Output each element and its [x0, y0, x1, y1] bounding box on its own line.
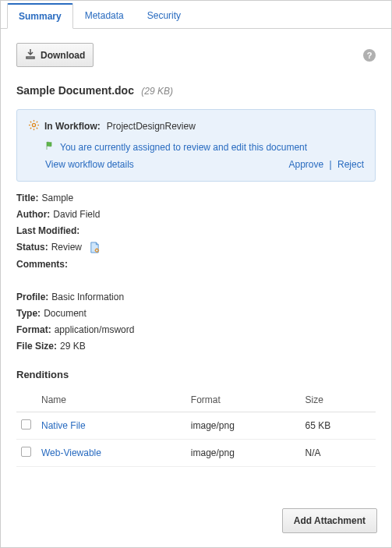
field-comments: Comments:: [16, 259, 376, 270]
table-row: Web-Viewable image/png N/A: [16, 440, 376, 467]
svg-line-7: [30, 128, 31, 129]
rendition-format: image/png: [186, 440, 301, 467]
field-format: Format:application/msword: [16, 324, 376, 335]
flag-icon: [45, 141, 55, 153]
renditions-title: Renditions: [16, 369, 376, 380]
renditions-table: Name Format Size Native File image/png 6…: [16, 388, 376, 467]
table-row: Native File image/png 65 KB: [16, 412, 376, 440]
field-profile: Profile:Basic Information: [16, 292, 376, 302]
tab-security[interactable]: Security: [136, 3, 192, 29]
field-author: Author:David Field: [16, 209, 376, 220]
gear-icon: [28, 119, 40, 133]
rendition-name-link[interactable]: Web-Viewable: [41, 447, 101, 458]
workflow-message: You are currently assigned to review and…: [60, 142, 307, 153]
tab-summary[interactable]: Summary: [7, 3, 73, 29]
workflow-decision: Approve | Reject: [288, 159, 364, 170]
rendition-size: 65 KB: [301, 412, 376, 440]
col-size: Size: [301, 388, 376, 412]
svg-line-6: [37, 128, 37, 129]
field-last-modified: Last Modified:: [16, 225, 376, 236]
status-document-gear-icon: [89, 242, 101, 253]
rendition-name-link[interactable]: Native File: [41, 420, 86, 431]
svg-line-8: [37, 122, 37, 122]
field-filesize: File Size:29 KB: [16, 341, 376, 352]
workflow-details-link[interactable]: View workflow details: [45, 159, 134, 170]
download-icon: [25, 48, 36, 62]
field-status: Status:Review: [16, 242, 376, 253]
field-type: Type:Document: [16, 308, 376, 319]
svg-point-0: [32, 123, 35, 126]
field-title: Title:Sample: [16, 193, 376, 203]
rendition-size: N/A: [301, 440, 376, 467]
document-size: (29 KB): [141, 86, 173, 97]
add-attachment-button[interactable]: Add Attachment: [282, 508, 377, 533]
svg-line-5: [30, 122, 31, 122]
approve-link[interactable]: Approve: [288, 159, 323, 170]
document-header: Sample Document.doc (29 KB): [16, 84, 376, 97]
workflow-label: In Workflow:: [44, 121, 101, 132]
row-checkbox[interactable]: [21, 447, 31, 457]
workflow-panel: In Workflow: ProjectDesignReview You are…: [16, 109, 376, 182]
rendition-format: image/png: [186, 412, 301, 440]
reject-link[interactable]: Reject: [337, 159, 364, 170]
separator: |: [330, 159, 332, 170]
row-checkbox[interactable]: [21, 419, 31, 430]
document-name: Sample Document.doc: [16, 84, 134, 97]
download-button[interactable]: Download: [16, 43, 94, 67]
col-format: Format: [186, 388, 301, 412]
workflow-name: ProjectDesignReview: [107, 121, 196, 132]
help-icon[interactable]: ?: [363, 49, 376, 62]
tabs-bar: Summary Metadata Security: [1, 1, 391, 29]
download-label: Download: [41, 50, 85, 61]
col-name: Name: [37, 388, 186, 412]
tab-metadata[interactable]: Metadata: [73, 3, 136, 29]
